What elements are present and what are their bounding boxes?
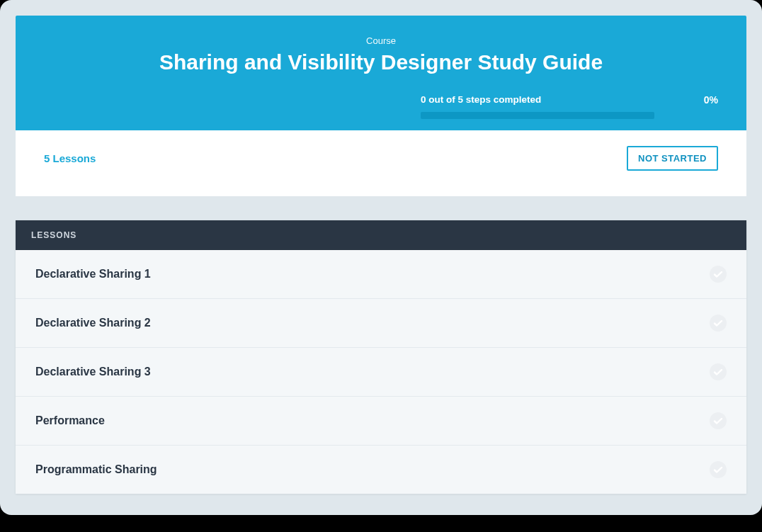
svg-point-2 (710, 363, 727, 380)
course-page: Course Sharing and Visibility Designer S… (0, 0, 762, 515)
progress-text: 0 out of 5 steps completed (421, 94, 687, 105)
checkmark-icon (710, 315, 727, 332)
lessons-list: Declarative Sharing 1Declarative Sharing… (16, 250, 746, 494)
svg-point-1 (710, 315, 727, 332)
lesson-row[interactable]: Programmatic Sharing (16, 446, 746, 494)
lesson-row[interactable]: Performance (16, 397, 746, 446)
checkmark-icon (710, 266, 727, 283)
svg-point-0 (710, 266, 727, 283)
course-meta-bar: 5 Lessons NOT STARTED (16, 130, 746, 196)
lesson-title: Programmatic Sharing (35, 463, 157, 476)
lesson-row[interactable]: Declarative Sharing 2 (16, 299, 746, 348)
lesson-title: Declarative Sharing 2 (35, 317, 151, 329)
progress-percent: 0% (704, 94, 718, 106)
start-course-button[interactable]: NOT STARTED (627, 146, 718, 171)
checkmark-icon (710, 412, 727, 429)
checkmark-icon (710, 461, 727, 478)
svg-point-4 (710, 461, 727, 478)
course-eyebrow: Course (44, 35, 718, 46)
lessons-section: LESSONS Declarative Sharing 1Declarative… (16, 220, 746, 494)
lesson-row[interactable]: Declarative Sharing 1 (16, 250, 746, 299)
lesson-row[interactable]: Declarative Sharing 3 (16, 348, 746, 397)
progress-row: 0 out of 5 steps completed 0% (421, 94, 718, 119)
course-title: Sharing and Visibility Designer Study Gu… (44, 50, 718, 74)
lessons-count: 5 Lessons (44, 152, 96, 164)
progress-bar (421, 112, 654, 119)
checkmark-icon (710, 363, 727, 380)
lesson-title: Declarative Sharing 1 (35, 268, 151, 281)
course-header: Course Sharing and Visibility Designer S… (16, 16, 746, 130)
lesson-title: Performance (35, 414, 105, 427)
svg-point-3 (710, 412, 727, 429)
lessons-header: LESSONS (16, 220, 746, 250)
lesson-title: Declarative Sharing 3 (35, 366, 151, 378)
